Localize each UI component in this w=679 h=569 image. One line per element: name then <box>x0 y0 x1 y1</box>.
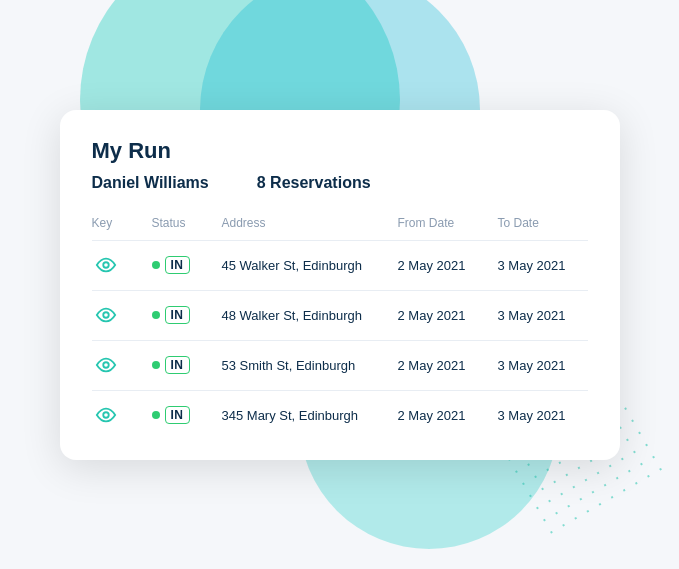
status-text: IN <box>165 356 190 374</box>
col-header-to: To Date <box>498 210 588 241</box>
row-to-date: 3 May 2021 <box>498 290 588 340</box>
eye-icon[interactable] <box>92 255 120 275</box>
eye-icon[interactable] <box>92 405 120 425</box>
row-from-date: 2 May 2021 <box>398 290 498 340</box>
row-from-date: 2 May 2021 <box>398 340 498 390</box>
status-dot <box>152 361 160 369</box>
eye-icon[interactable] <box>92 355 120 375</box>
table-row: IN 345 Mary St, Edinburgh2 May 20213 May… <box>92 390 588 440</box>
status-dot <box>152 261 160 269</box>
row-status: IN <box>152 390 222 440</box>
row-status: IN <box>152 240 222 290</box>
row-address: 45 Walker St, Edinburgh <box>222 240 398 290</box>
reservations-count: 8 Reservations <box>257 174 371 192</box>
row-address: 53 Smith St, Edinburgh <box>222 340 398 390</box>
row-status: IN <box>152 290 222 340</box>
card-title: My Run <box>92 138 588 164</box>
row-address: 48 Walker St, Edinburgh <box>222 290 398 340</box>
status-badge: IN <box>152 406 190 424</box>
row-from-date: 2 May 2021 <box>398 240 498 290</box>
reservations-table: Key Status Address From Date To Date IN … <box>92 210 588 440</box>
status-text: IN <box>165 256 190 274</box>
row-key <box>92 290 152 340</box>
row-status: IN <box>152 340 222 390</box>
table-row: IN 53 Smith St, Edinburgh2 May 20213 May… <box>92 340 588 390</box>
card-subtitle: Daniel Williams 8 Reservations <box>92 174 588 192</box>
col-header-key: Key <box>92 210 152 241</box>
status-dot <box>152 311 160 319</box>
table-row: IN 48 Walker St, Edinburgh2 May 20213 Ma… <box>92 290 588 340</box>
svg-point-0 <box>103 262 109 268</box>
table-row: IN 45 Walker St, Edinburgh2 May 20213 Ma… <box>92 240 588 290</box>
row-from-date: 2 May 2021 <box>398 390 498 440</box>
col-header-status: Status <box>152 210 222 241</box>
svg-point-1 <box>103 312 109 318</box>
status-badge: IN <box>152 256 190 274</box>
status-text: IN <box>165 306 190 324</box>
row-key <box>92 240 152 290</box>
row-to-date: 3 May 2021 <box>498 240 588 290</box>
col-header-from: From Date <box>398 210 498 241</box>
svg-point-2 <box>103 362 109 368</box>
col-header-address: Address <box>222 210 398 241</box>
row-address: 345 Mary St, Edinburgh <box>222 390 398 440</box>
status-text: IN <box>165 406 190 424</box>
eye-icon[interactable] <box>92 305 120 325</box>
user-name: Daniel Williams <box>92 174 209 192</box>
row-key <box>92 390 152 440</box>
status-badge: IN <box>152 306 190 324</box>
status-dot <box>152 411 160 419</box>
status-badge: IN <box>152 356 190 374</box>
row-to-date: 3 May 2021 <box>498 340 588 390</box>
svg-point-3 <box>103 412 109 418</box>
row-key <box>92 340 152 390</box>
main-card: My Run Daniel Williams 8 Reservations Ke… <box>60 110 620 460</box>
row-to-date: 3 May 2021 <box>498 390 588 440</box>
